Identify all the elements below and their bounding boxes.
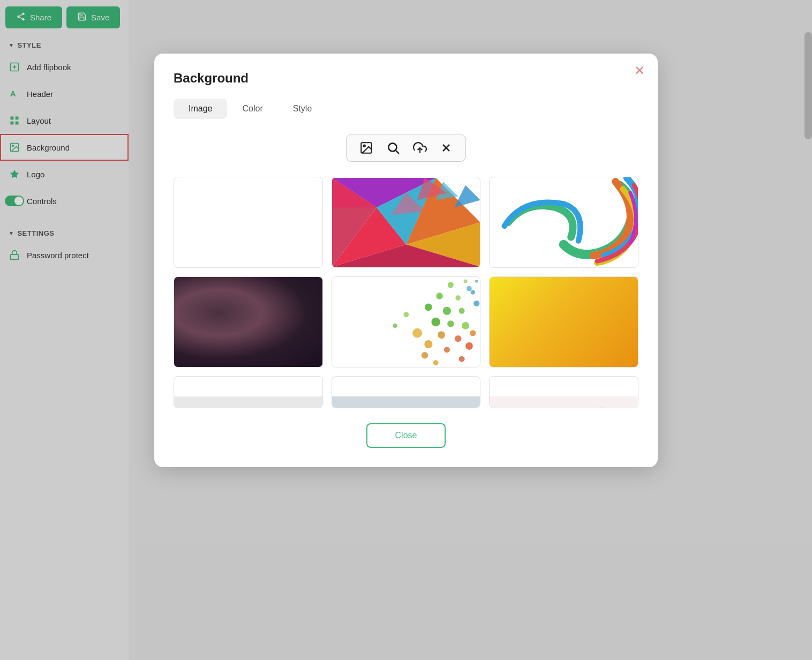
- svg-point-41: [425, 303, 432, 311]
- svg-line-20: [396, 151, 399, 154]
- tab-style[interactable]: Style: [278, 99, 327, 119]
- svg-point-49: [473, 301, 479, 306]
- upload-button[interactable]: [413, 141, 427, 155]
- clear-button[interactable]: [440, 141, 453, 154]
- svg-point-63: [475, 280, 478, 283]
- svg-point-57: [393, 324, 397, 328]
- svg-point-19: [388, 143, 396, 151]
- svg-point-62: [463, 279, 467, 283]
- svg-point-43: [442, 307, 450, 315]
- close-modal-label: Close: [395, 431, 417, 440]
- gallery-button[interactable]: [359, 141, 373, 155]
- svg-point-59: [421, 352, 427, 358]
- svg-point-55: [444, 347, 450, 352]
- svg-point-40: [436, 292, 442, 299]
- tab-image[interactable]: Image: [174, 99, 227, 119]
- close-modal-button[interactable]: Close: [366, 423, 446, 448]
- image-cell-dark-gradient[interactable]: [174, 276, 323, 368]
- image-cell-yellow[interactable]: [489, 276, 638, 368]
- modal-overlay: Background ✕ Image Color Style: [0, 0, 812, 660]
- image-toolbar: [346, 134, 466, 162]
- image-grid: [174, 177, 638, 408]
- search-button[interactable]: [386, 141, 400, 155]
- svg-point-18: [364, 145, 365, 147]
- svg-point-45: [458, 308, 464, 314]
- svg-point-48: [467, 286, 472, 291]
- svg-point-53: [455, 335, 461, 342]
- close-icon: ✕: [634, 63, 645, 78]
- svg-marker-34: [454, 185, 480, 208]
- svg-rect-65: [174, 396, 322, 408]
- modal-title: Background: [174, 71, 638, 86]
- svg-point-46: [447, 320, 454, 327]
- svg-point-44: [431, 318, 440, 327]
- svg-point-58: [470, 330, 476, 336]
- image-cell-blank[interactable]: [174, 177, 323, 268]
- image-cell-partial-1[interactable]: [174, 376, 323, 408]
- svg-point-56: [403, 312, 409, 317]
- svg-point-64: [470, 290, 475, 295]
- svg-point-39: [447, 282, 453, 288]
- svg-point-61: [458, 356, 464, 362]
- modal-footer: Close: [174, 423, 638, 448]
- image-cell-partial-3[interactable]: [489, 376, 638, 408]
- svg-point-52: [438, 331, 445, 339]
- image-cell-dots[interactable]: [332, 276, 481, 368]
- tab-row: Image Color Style: [174, 99, 638, 119]
- svg-point-50: [412, 328, 422, 338]
- svg-rect-68: [490, 396, 638, 408]
- svg-point-54: [465, 342, 473, 350]
- svg-rect-67: [332, 396, 480, 408]
- image-cell-polygons[interactable]: [332, 177, 481, 268]
- svg-point-60: [433, 360, 438, 365]
- svg-point-51: [424, 340, 432, 348]
- image-cell-swirl[interactable]: [489, 177, 638, 268]
- modal-close-button[interactable]: ✕: [634, 64, 645, 77]
- background-modal: Background ✕ Image Color Style: [154, 54, 658, 467]
- tab-color[interactable]: Color: [227, 99, 277, 119]
- svg-rect-38: [332, 278, 480, 366]
- image-cell-partial-2[interactable]: [332, 376, 481, 408]
- svg-point-47: [462, 322, 469, 329]
- svg-point-42: [455, 295, 461, 301]
